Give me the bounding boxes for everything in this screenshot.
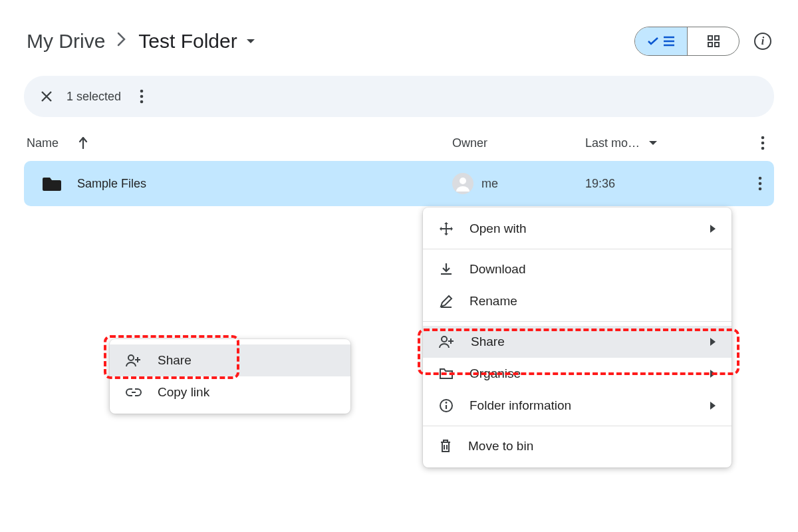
organise-icon xyxy=(439,367,454,380)
svg-point-8 xyxy=(761,142,765,145)
list-view-button[interactable] xyxy=(635,27,687,55)
open-with-icon xyxy=(439,221,454,236)
row-owner: me xyxy=(481,177,498,191)
grid-icon xyxy=(708,35,720,47)
avatar xyxy=(452,173,473,194)
svg-point-6 xyxy=(140,100,144,104)
submenu-copy-link-label: Copy link xyxy=(158,385,334,400)
header: My Drive Test Folder i xyxy=(0,0,798,69)
menu-bin-label: Move to bin xyxy=(468,439,716,454)
breadcrumb-current[interactable]: Test Folder xyxy=(138,30,254,53)
breadcrumb: My Drive Test Folder xyxy=(27,30,634,53)
sort-up-icon[interactable] xyxy=(78,137,88,149)
more-icon[interactable] xyxy=(140,89,144,104)
info-icon xyxy=(439,398,454,413)
context-menu: Open with Download Rename Share Organise xyxy=(423,207,732,467)
rename-icon xyxy=(439,294,454,309)
column-modified-label: Last mo… xyxy=(585,136,640,150)
column-modified[interactable]: Last mo… xyxy=(585,136,718,150)
column-more-icon[interactable] xyxy=(761,136,765,150)
check-icon xyxy=(647,37,659,46)
menu-open-with-label: Open with xyxy=(469,221,694,236)
svg-point-4 xyxy=(140,90,144,93)
selection-bar: 1 selected xyxy=(24,76,774,117)
menu-separator xyxy=(423,426,732,426)
svg-point-13 xyxy=(759,188,762,191)
svg-point-10 xyxy=(460,178,466,184)
share-icon xyxy=(439,334,455,349)
caret-down-icon xyxy=(247,39,255,43)
menu-organise-label: Organise xyxy=(469,366,694,381)
selection-count: 1 selected xyxy=(66,90,121,104)
row-more-icon[interactable] xyxy=(758,176,762,191)
svg-point-5 xyxy=(140,95,144,98)
submenu-arrow-icon xyxy=(710,370,716,378)
submenu-copy-link[interactable]: Copy link xyxy=(110,376,350,408)
menu-download-label: Download xyxy=(469,262,716,277)
info-icon[interactable]: i xyxy=(754,33,771,50)
submenu-share[interactable]: Share xyxy=(110,344,350,376)
menu-folder-info[interactable]: Folder information xyxy=(423,390,732,422)
svg-point-12 xyxy=(759,182,762,186)
menu-share-label: Share xyxy=(471,334,694,349)
download-icon xyxy=(439,262,454,277)
svg-point-17 xyxy=(128,355,134,360)
view-toggle xyxy=(634,27,739,56)
close-icon[interactable] xyxy=(40,90,53,103)
svg-point-9 xyxy=(761,147,765,150)
chevron-right-icon xyxy=(117,32,126,51)
breadcrumb-current-label: Test Folder xyxy=(138,30,237,53)
menu-move-to-bin[interactable]: Move to bin xyxy=(423,430,732,462)
breadcrumb-root[interactable]: My Drive xyxy=(27,30,105,53)
menu-share[interactable]: Share xyxy=(423,326,732,358)
bin-icon xyxy=(439,439,452,454)
table-row[interactable]: Sample Files me 19:36 xyxy=(24,161,774,206)
menu-separator xyxy=(423,249,732,249)
header-actions: i xyxy=(634,27,771,56)
menu-rename-label: Rename xyxy=(469,294,716,309)
column-headers: Name Owner Last mo… xyxy=(0,124,798,161)
svg-rect-1 xyxy=(715,36,719,40)
menu-rename[interactable]: Rename xyxy=(423,285,732,317)
link-icon xyxy=(126,388,142,397)
svg-point-7 xyxy=(761,136,765,140)
submenu-share-label: Share xyxy=(158,353,334,368)
svg-rect-0 xyxy=(708,36,712,40)
svg-point-11 xyxy=(759,177,762,180)
submenu-arrow-icon xyxy=(710,402,716,410)
column-name[interactable]: Name xyxy=(27,136,59,150)
caret-down-icon xyxy=(649,141,657,145)
person-icon xyxy=(454,174,472,193)
grid-view-button[interactable] xyxy=(687,27,739,55)
menu-download[interactable]: Download xyxy=(423,253,732,285)
menu-folder-info-label: Folder information xyxy=(469,398,694,413)
svg-rect-3 xyxy=(715,43,719,47)
submenu-arrow-icon xyxy=(710,225,716,233)
share-icon xyxy=(126,353,142,368)
menu-open-with[interactable]: Open with xyxy=(423,213,732,245)
column-owner[interactable]: Owner xyxy=(452,136,585,150)
row-name: Sample Files xyxy=(77,177,146,191)
svg-point-14 xyxy=(442,336,447,342)
folder-icon xyxy=(43,176,61,191)
menu-separator xyxy=(423,321,732,322)
submenu-arrow-icon xyxy=(710,338,716,346)
share-submenu: Share Copy link xyxy=(110,339,350,414)
svg-rect-2 xyxy=(708,43,712,47)
row-modified: 19:36 xyxy=(585,177,718,191)
svg-point-16 xyxy=(446,402,448,404)
menu-organise[interactable]: Organise xyxy=(423,358,732,390)
list-icon xyxy=(663,36,675,47)
